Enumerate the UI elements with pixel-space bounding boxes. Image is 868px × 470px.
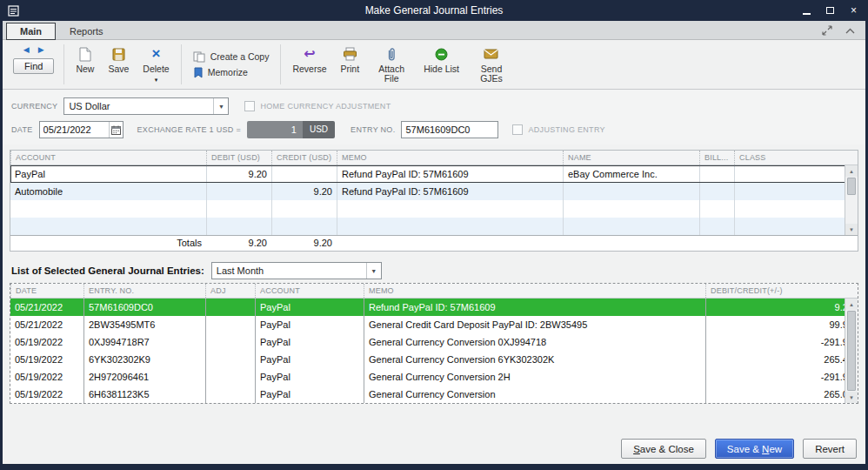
entry-row[interactable]: 05/21/2022 2BW35495MT6 PayPal General Cr… xyxy=(10,316,858,333)
maximize-button[interactable] xyxy=(818,0,842,21)
cell-adj[interactable] xyxy=(205,333,255,351)
cell-debit[interactable]: 9.20 xyxy=(206,165,271,183)
cell-class[interactable] xyxy=(734,165,858,183)
chevron-down-icon[interactable]: ▼ xyxy=(366,263,381,279)
cell-adj[interactable] xyxy=(205,299,255,316)
collapse-ribbon-button[interactable] xyxy=(843,24,857,37)
chevron-down-icon[interactable]: ▼ xyxy=(213,98,228,114)
cell-entry-no[interactable]: 57M61609DC0 xyxy=(83,299,205,316)
empty-journal-row[interactable] xyxy=(10,218,858,235)
create-copy-button[interactable]: Create a Copy xyxy=(193,51,270,63)
reverse-button[interactable]: ↩ Reverse xyxy=(285,42,333,87)
cell-date[interactable]: 05/21/2022 xyxy=(10,299,83,316)
close-button[interactable]: × xyxy=(842,0,865,21)
cell-memo[interactable]: General Currency Conversion 6YK302302K xyxy=(364,351,705,368)
scrollbar-thumb[interactable] xyxy=(847,178,856,195)
send-gjes-button[interactable]: Send GJEs xyxy=(466,42,517,87)
date-input[interactable] xyxy=(40,122,109,138)
cell-memo[interactable]: General Credit Card Deposit PayPal ID: 2… xyxy=(364,316,705,333)
journal-row[interactable]: PayPal 9.20 Refund PayPal ID: 57M61609 e… xyxy=(10,165,858,183)
home-currency-checkbox[interactable] xyxy=(244,101,255,111)
cell-class[interactable] xyxy=(734,183,858,200)
currency-select[interactable]: US Dollar ▼ xyxy=(63,97,229,115)
cell-adj[interactable] xyxy=(205,316,255,333)
save-new-button[interactable]: Save & New xyxy=(715,439,794,459)
entry-row[interactable]: 05/21/2022 57M61609DC0 PayPal Refund Pay… xyxy=(10,299,858,316)
revert-button[interactable]: Revert xyxy=(803,439,857,459)
cell-entry-no[interactable]: 6YK302302K9 xyxy=(83,351,205,368)
cell-account[interactable]: PayPal xyxy=(255,299,364,316)
attach-file-button[interactable]: Attach File xyxy=(366,42,417,87)
cell-entry-no[interactable]: 2H972096461 xyxy=(83,368,205,386)
cell-account[interactable]: PayPal xyxy=(255,333,364,351)
tab-reports[interactable]: Reports xyxy=(56,23,117,39)
save-button[interactable]: Save xyxy=(101,42,136,87)
cell-billable[interactable] xyxy=(699,165,734,183)
journal-row[interactable]: Automobile 9.20 Refund PayPal ID: 57M616… xyxy=(10,183,858,200)
entry-row[interactable]: 05/19/2022 0XJ994718R7 PayPal General Cu… xyxy=(10,333,858,351)
cell-memo[interactable]: General Currency Conversion 2H xyxy=(364,368,705,386)
cell-memo[interactable]: General Currency Conversion xyxy=(364,386,705,403)
cell-memo[interactable]: Refund PayPal ID: 57M61609 xyxy=(337,165,563,183)
cell-name[interactable] xyxy=(563,183,699,200)
entry-no-field[interactable] xyxy=(401,121,498,138)
cell-debit[interactable] xyxy=(206,183,271,200)
cell-credit[interactable] xyxy=(271,165,337,183)
date-field[interactable] xyxy=(39,121,124,138)
cell-account[interactable]: PayPal xyxy=(255,386,364,403)
cell-credit[interactable]: 9.20 xyxy=(271,183,337,200)
entry-row[interactable]: 05/19/2022 6YK302302K9 PayPal General Cu… xyxy=(10,351,858,368)
entry-no-input[interactable] xyxy=(402,122,497,138)
expand-window-button[interactable] xyxy=(820,24,834,37)
cell-entry-no[interactable]: 0XJ994718R7 xyxy=(83,333,205,351)
cell-account[interactable]: PayPal xyxy=(10,165,206,183)
cell-date[interactable]: 05/19/2022 xyxy=(10,368,83,386)
scroll-up-icon[interactable]: ▲ xyxy=(845,299,858,310)
cell-name[interactable]: eBay Commerce Inc. xyxy=(563,165,699,183)
cell-memo[interactable]: General Currency Conversion 0XJ994718 xyxy=(364,333,705,351)
entries-table-scrollbar[interactable]: ▲ ▼ xyxy=(845,299,858,403)
empty-journal-row[interactable] xyxy=(10,200,858,218)
entry-row[interactable]: 05/19/2022 2H972096461 PayPal General Cu… xyxy=(10,368,858,386)
cell-amount[interactable]: -291.99 xyxy=(705,368,858,386)
titlebar[interactable]: Make General Journal Entries × xyxy=(3,0,865,21)
find-button[interactable]: Find xyxy=(13,58,54,74)
cell-memo[interactable]: Refund PayPal ID: 57M61609 xyxy=(337,183,563,200)
cell-date[interactable]: 05/19/2022 xyxy=(10,333,83,351)
cell-account[interactable]: PayPal xyxy=(255,351,364,368)
cell-amount[interactable]: 99.95 xyxy=(705,316,858,333)
calendar-button[interactable] xyxy=(109,122,123,138)
cell-date[interactable]: 05/21/2022 xyxy=(10,316,83,333)
cell-amount[interactable]: 9.20 xyxy=(705,299,858,316)
print-button[interactable]: Print xyxy=(334,42,367,87)
cell-amount[interactable]: 265.40 xyxy=(705,351,858,368)
cell-entry-no[interactable]: 2BW35495MT6 xyxy=(83,316,205,333)
journal-table-scrollbar[interactable]: ▲ ▼ xyxy=(845,165,858,235)
delete-button[interactable]: × Delete ▾ xyxy=(136,42,176,87)
new-button[interactable]: New xyxy=(69,42,101,87)
forward-button[interactable]: ▶ xyxy=(38,44,44,55)
scroll-down-icon[interactable]: ▼ xyxy=(845,392,858,403)
scrollbar-thumb[interactable] xyxy=(847,311,856,391)
tab-main[interactable]: Main xyxy=(6,23,56,40)
cell-account[interactable]: PayPal xyxy=(255,316,364,333)
cell-memo[interactable]: Refund PayPal ID: 57M61609 xyxy=(364,299,705,316)
cell-adj[interactable] xyxy=(205,351,255,368)
entry-row[interactable]: 05/19/2022 6H6381123K5 PayPal General Cu… xyxy=(10,386,858,403)
adjusting-entry-checkbox[interactable] xyxy=(512,124,523,135)
cell-date[interactable]: 05/19/2022 xyxy=(10,386,83,403)
hide-list-button[interactable]: Hide List xyxy=(417,42,466,87)
scroll-up-icon[interactable]: ▲ xyxy=(845,165,858,177)
cell-adj[interactable] xyxy=(205,368,255,386)
period-filter-select[interactable]: Last Month ▼ xyxy=(211,262,382,279)
cell-billable[interactable] xyxy=(699,183,734,200)
scroll-down-icon[interactable]: ▼ xyxy=(845,224,858,235)
cell-amount[interactable]: 265.06 xyxy=(705,386,858,403)
save-close-button[interactable]: Save & Close xyxy=(621,439,706,459)
cell-date[interactable]: 05/19/2022 xyxy=(10,351,83,368)
cell-account[interactable]: PayPal xyxy=(255,368,364,386)
cell-entry-no[interactable]: 6H6381123K5 xyxy=(83,386,205,403)
cell-account[interactable]: Automobile xyxy=(10,183,206,200)
back-button[interactable]: ◀ xyxy=(23,44,30,55)
minimize-button[interactable] xyxy=(795,0,818,21)
